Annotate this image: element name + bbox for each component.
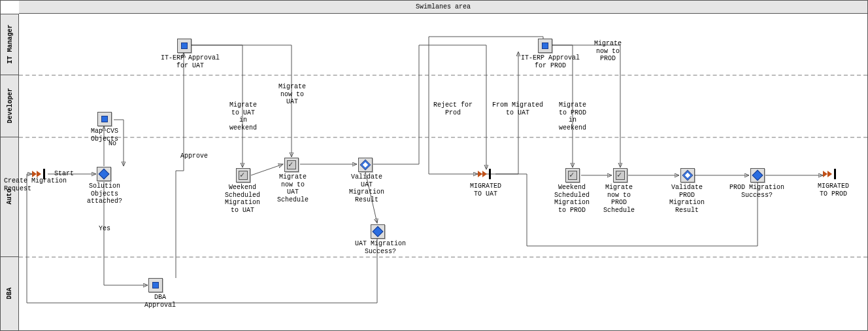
label-yes: Yes: [99, 225, 110, 233]
edges: [1, 1, 868, 331]
label-migrate-uat-weekend: Migrate to UAT in weekend: [229, 101, 257, 131]
label-migrate-now-uat: Migrate now to UAT: [278, 83, 306, 106]
swimlane-diagram: Swimlanes area IT Manager Developer Auto…: [0, 0, 868, 331]
lane-label-it-manager: IT Manager: [1, 14, 19, 75]
label-from-migrated-uat: From Migrated to UAT: [492, 101, 543, 116]
lane-label-auto: Auto: [1, 137, 19, 256]
label-reject-prod: Reject for Prod: [433, 101, 473, 116]
milestone-migrated-uat[interactable]: [478, 169, 491, 179]
end-event-migrated-prod[interactable]: [823, 169, 836, 179]
task-map-cvs-objects[interactable]: [97, 112, 112, 126]
label-weekend-sched-prod: Weekend Scheduled Migration to PROD: [554, 184, 590, 214]
label-weekend-sched-uat: Weekend Scheduled Migration to UAT: [225, 184, 260, 214]
task-weekend-sched-uat[interactable]: [236, 168, 250, 183]
label-uat-success: UAT Migration Success?: [355, 240, 406, 255]
label-validate-uat: Validate UAT Migration Result: [349, 173, 384, 203]
task-weekend-sched-prod[interactable]: [565, 168, 580, 183]
label-iterp-uat: IT-ERP Approval for UAT: [161, 54, 220, 69]
label-migrated-uat: MIGRATED TO UAT: [470, 183, 501, 198]
title-bar: Swimlanes area: [19, 1, 867, 14]
label-migrate-prod-weekend: Migrate to PROD in weekend: [559, 101, 586, 131]
label-migrated-prod: MIGRATED TO PROD: [818, 183, 849, 198]
label-dba-approval: DBA Approval: [144, 294, 176, 309]
gateway-prod-success[interactable]: [750, 168, 765, 183]
label-validate-prod: Validate PROD Migration Result: [669, 184, 705, 214]
task-dba-approval[interactable]: [148, 278, 163, 292]
gateway-uat-success[interactable]: [371, 224, 385, 239]
label-migrate-uat-schedule: Migrate now to UAT Schedule: [277, 173, 309, 203]
diagram-title: Swimlanes area: [416, 3, 471, 10]
label-no: No: [108, 140, 116, 148]
lane-label-dba: DBA: [1, 256, 19, 330]
gateway-solution-objects[interactable]: [97, 167, 111, 181]
lane-text: Developer: [6, 88, 13, 123]
label-migrate-prod-schedule: Migrate now to PROD Schedule: [603, 184, 635, 214]
label-migrate-now-prod: Migrate now to PROD: [594, 40, 622, 63]
task-iterp-approval-prod[interactable]: [538, 39, 552, 53]
task-migrate-now-uat-schedule[interactable]: [284, 158, 299, 172]
task-validate-prod[interactable]: [680, 168, 695, 183]
lane-text: DBA: [6, 287, 13, 299]
lane-text: IT Manager: [6, 24, 13, 63]
label-solution-objects: Solution Objects attached?: [87, 183, 122, 205]
task-migrate-now-prod-schedule[interactable]: [613, 168, 627, 183]
label-iterp-prod: IT-ERP Approval for PROD: [521, 54, 580, 69]
label-approve: Approve: [180, 152, 208, 160]
task-validate-uat[interactable]: [358, 158, 373, 172]
lane-label-developer: Developer: [1, 75, 19, 137]
label-prod-success: PROD Migration Success?: [729, 184, 784, 199]
task-iterp-approval-uat[interactable]: [177, 39, 192, 53]
label-start: Start: [54, 170, 74, 178]
label-create-migration-request: Create Migration Request: [4, 177, 67, 192]
